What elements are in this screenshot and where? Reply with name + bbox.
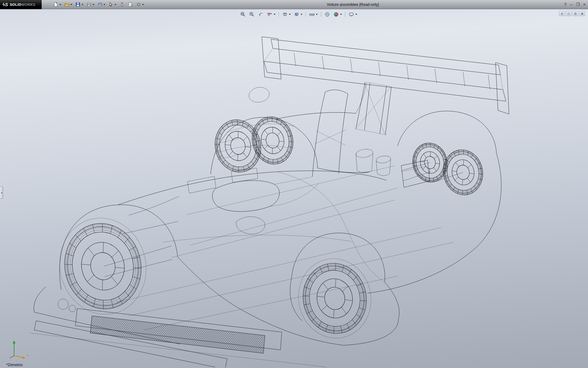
file-properties-icon (128, 2, 133, 7)
viewport-canvas[interactable] (0, 9, 588, 368)
standard-toolbar (53, 1, 145, 8)
toolbar-separator (279, 12, 279, 17)
dropdown-arrow-icon[interactable] (316, 14, 318, 15)
hide-show-items-button[interactable] (308, 11, 318, 18)
undo-button[interactable] (97, 1, 106, 8)
feature-tree-collapse-tab[interactable]: ◄ (0, 186, 3, 199)
zoom-to-fit-icon (240, 11, 246, 17)
maximize-button[interactable]: ❒ (576, 0, 580, 9)
dropdown-arrow-icon[interactable] (92, 4, 94, 5)
toolbar-separator (345, 12, 345, 17)
file-properties-button[interactable] (127, 1, 134, 8)
doc-close-button[interactable]: ⊠ (579, 11, 585, 16)
heads-up-view-toolbar (239, 11, 358, 18)
save-button[interactable] (75, 1, 84, 8)
view-settings-button[interactable] (348, 11, 358, 18)
dropdown-arrow-icon[interactable] (59, 4, 61, 5)
view-orientation-cube-icon (282, 11, 288, 17)
window-title: Voiture assomblee [Read-only] (327, 2, 379, 7)
dropdown-arrow-icon[interactable] (70, 4, 72, 5)
rebuild-button[interactable] (119, 1, 125, 8)
options-button[interactable] (135, 1, 145, 8)
save-floppy-icon (75, 2, 81, 7)
options-gear-icon (136, 2, 141, 7)
select-button[interactable] (108, 1, 117, 8)
rebuild-stoplight-icon (119, 2, 125, 7)
previous-view-icon (258, 11, 264, 17)
printer-icon (86, 2, 92, 7)
window-controls: ? – ❒ × (564, 0, 586, 9)
doc-maximize-button[interactable]: ⊞ (573, 11, 578, 16)
section-view-icon (267, 11, 273, 17)
view-orientation-label: *Dimetric (6, 362, 23, 367)
close-button[interactable]: × (583, 0, 586, 9)
title-bar: ϟS SOLIDWORKS (0, 0, 588, 9)
view-settings-icon (349, 11, 355, 17)
print-button[interactable] (86, 1, 95, 8)
dropdown-arrow-icon[interactable] (142, 4, 144, 5)
help-button[interactable]: ? (564, 0, 566, 9)
new-button[interactable] (53, 1, 62, 8)
dropdown-arrow-icon[interactable] (115, 4, 116, 5)
eyeglasses-icon (309, 11, 315, 17)
display-style-cube-icon (294, 11, 300, 17)
dropdown-arrow-icon[interactable] (274, 14, 276, 15)
zoom-to-fit-button[interactable] (239, 11, 247, 18)
open-button[interactable] (64, 1, 73, 8)
display-style-button[interactable] (293, 11, 303, 18)
section-view-button[interactable] (266, 11, 276, 18)
appearance-ball-icon (333, 11, 339, 17)
zoom-to-area-icon (249, 11, 255, 17)
undo-arrow-icon (97, 2, 103, 7)
dropdown-arrow-icon[interactable] (356, 14, 357, 15)
solidworks-logo-icon: ϟS (2, 2, 8, 7)
edit-appearance-button[interactable] (333, 11, 343, 18)
dropdown-arrow-icon[interactable] (301, 14, 303, 15)
view-orientation-button[interactable] (281, 11, 292, 18)
document-window-controls: ⊟ ⊡ ⊞ ⊠ (559, 11, 585, 16)
scene-globe-icon (324, 11, 330, 17)
brand-text: SOLIDWORKS (10, 3, 36, 6)
dropdown-arrow-icon[interactable] (81, 4, 83, 5)
doc-minimize-button[interactable]: ⊟ (559, 11, 565, 16)
solidworks-logo: ϟS SOLIDWORKS (0, 0, 42, 9)
toolbar-separator (321, 12, 321, 17)
doc-restore-button[interactable]: ⊡ (566, 11, 571, 16)
cursor-arrow-icon (108, 2, 114, 7)
apply-scene-button[interactable] (324, 11, 331, 18)
previous-view-button[interactable] (257, 11, 265, 18)
open-folder-icon (64, 2, 70, 7)
toolbar-separator (306, 12, 306, 17)
dropdown-arrow-icon[interactable] (104, 4, 105, 5)
dropdown-arrow-icon[interactable] (340, 14, 342, 15)
minimize-button[interactable]: – (570, 0, 572, 9)
dropdown-arrow-icon[interactable] (289, 14, 291, 15)
new-document-icon (53, 2, 58, 7)
zoom-to-area-button[interactable] (248, 11, 256, 18)
